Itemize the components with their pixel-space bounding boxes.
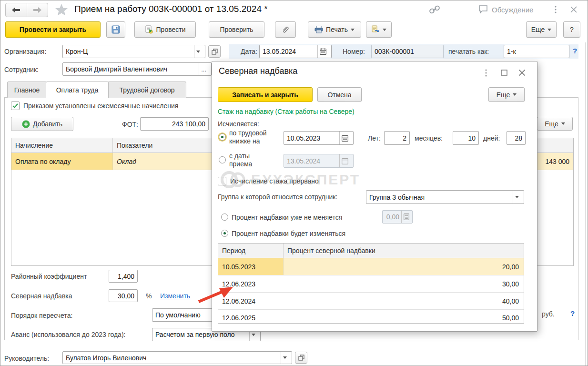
tab-trudovoy-dogovor[interactable]: Трудовой договор	[108, 81, 186, 98]
help-button[interactable]: ?	[563, 21, 580, 38]
period-cell[interactable]: 12.06.2023	[218, 275, 284, 292]
days-field[interactable]: 28	[507, 131, 526, 145]
accruals-col-accrual[interactable]: Начисление	[11, 138, 113, 152]
periods-col-percent[interactable]: Процент северной надбавки	[284, 244, 524, 258]
period-row-2[interactable]: 12.06.2024 40,00	[218, 293, 524, 310]
periods-table[interactable]: Период Процент северной надбавки 10.05.2…	[218, 243, 524, 324]
org-open-button[interactable]	[208, 45, 221, 58]
org-label: Организация:	[4, 48, 46, 55]
export-file-icon	[371, 25, 380, 34]
recalc-field[interactable]: По умолчанию	[152, 308, 213, 322]
org-dropdown-button[interactable]	[194, 45, 202, 58]
change-link[interactable]: Изменить	[160, 292, 190, 300]
group-field[interactable]: Группа 3 обычная	[366, 190, 524, 204]
fot-field[interactable]: 243 100,00	[140, 117, 209, 131]
period-cell[interactable]: 12.06.2025	[218, 310, 284, 326]
accruals-col-amount[interactable]	[536, 138, 573, 152]
rub-help-icon[interactable]: ?	[570, 309, 575, 317]
fot-value: 243 100,00	[143, 120, 205, 128]
print-as-help-icon[interactable]: ?	[573, 47, 577, 55]
periods-col-period[interactable]: Период	[218, 244, 284, 258]
experience-link[interactable]: Стаж на надбавку (Стаж работы на Севере)	[218, 108, 355, 115]
number-field[interactable]: 003К-000001	[371, 45, 444, 58]
months-label: месяцев:	[415, 134, 443, 142]
manager-dropdown-button[interactable]	[281, 352, 289, 364]
radio-by-workbook-label: по трудовой книжке на	[229, 129, 285, 145]
radio-percent-fixed[interactable]	[221, 214, 228, 221]
export-button[interactable]	[366, 21, 392, 38]
dialog-maximize-icon[interactable]	[501, 70, 507, 76]
get-link-icon[interactable]	[429, 5, 440, 14]
district-coeff-value: 1,400	[112, 273, 134, 280]
north-bonus-dialog: Северная надбавка Записать и закрыть Отм…	[212, 61, 537, 332]
date-field[interactable]: 13.05.2024	[259, 45, 332, 58]
advance-label: Аванс (использовался до 2023 года):	[11, 331, 125, 338]
years-value: 2	[387, 134, 406, 142]
discussion-button[interactable]: Обсуждение	[478, 5, 533, 14]
period-row-3[interactable]: 12.06.2025 50,00	[218, 310, 524, 326]
forward-button[interactable]	[27, 3, 48, 17]
accruals-more-button[interactable]: Еще	[537, 117, 573, 131]
dialog-cancel-label: Отмена	[327, 91, 351, 99]
save-button[interactable]	[106, 21, 125, 38]
percent-cell[interactable]: 40,00	[284, 293, 524, 309]
years-field[interactable]: 2	[384, 131, 410, 145]
workbook-date-calendar-button[interactable]	[339, 132, 350, 144]
dialog-save-close-button[interactable]: Записать и закрыть	[218, 87, 313, 102]
dialog-close-icon[interactable]	[518, 69, 526, 76]
window-close-icon[interactable]	[569, 5, 578, 14]
date-value: 13.05.2024	[263, 48, 314, 55]
paperclip-icon	[281, 25, 290, 34]
add-button[interactable]: Добавить	[11, 117, 73, 131]
tab-glavnoe[interactable]: Главное	[7, 81, 47, 98]
radio-percent-changing[interactable]	[221, 230, 228, 237]
district-coeff-field[interactable]: 1,400	[109, 270, 138, 283]
favorite-star-icon[interactable]	[54, 3, 69, 16]
percent-fixed-calc-button	[401, 211, 411, 223]
dialog-more-button[interactable]: Еще	[488, 87, 525, 102]
period-row-1[interactable]: 12.06.2023 30,00	[218, 275, 524, 293]
check-label: Проверить	[220, 26, 253, 33]
monthly-accruals-checkbox[interactable]: Приказом установлены ежемесячные начисле…	[11, 102, 178, 110]
accruals-more-caret-icon	[561, 122, 565, 125]
amount-cell[interactable]: 143 000	[536, 153, 573, 170]
months-field[interactable]: 10	[453, 131, 479, 145]
percent-fixed-field: 0,00	[382, 210, 413, 224]
print-as-field[interactable]: 1-к	[504, 45, 569, 58]
interrupted-checkbox[interactable]: Исчисление стажа прервано	[218, 177, 319, 185]
dialog-menu-icon[interactable]	[484, 69, 488, 77]
check-button[interactable]: Проверить	[209, 21, 264, 38]
percent-cell[interactable]: 20,00	[284, 258, 524, 275]
back-button[interactable]	[6, 3, 27, 17]
attachments-button[interactable]	[275, 21, 296, 38]
radio-by-workbook[interactable]	[219, 133, 226, 141]
org-field[interactable]: Крон-Ц	[62, 45, 205, 58]
post-button[interactable]: Провести	[134, 21, 196, 38]
manager-field[interactable]: Булатов Игорь Виленович	[62, 351, 292, 364]
manager-open-button[interactable]	[295, 352, 307, 364]
group-dropdown-button[interactable]	[513, 191, 521, 203]
radio-from-hire[interactable]	[219, 156, 226, 163]
print-as-label: печатать как:	[448, 48, 489, 55]
workbook-date-field[interactable]: 10.05.2023	[284, 131, 354, 145]
window-menu-icon[interactable]	[553, 5, 558, 14]
print-label: Печать	[326, 26, 348, 33]
date-calendar-button[interactable]	[317, 45, 328, 58]
period-row-0[interactable]: 10.05.2023 20,00	[218, 258, 524, 275]
add-button-label: Добавить	[33, 120, 62, 128]
post-and-close-button[interactable]: Провести и закрыть	[5, 21, 101, 38]
accrual-cell[interactable]: Оплата по окладу	[11, 153, 113, 170]
days-label: дней:	[483, 134, 500, 142]
north-bonus-field[interactable]: 30,00	[109, 289, 138, 302]
print-button[interactable]: Печать	[308, 21, 361, 38]
percent-cell[interactable]: 50,00	[284, 310, 524, 326]
period-cell[interactable]: 12.06.2024	[218, 293, 284, 309]
employee-field[interactable]: Боровой Дмитрий Валентинович ...	[62, 62, 212, 76]
toolbar-more-label: Еще	[531, 26, 545, 33]
percent-cell[interactable]: 30,00	[284, 275, 524, 292]
toolbar-more-button[interactable]: Еще	[526, 21, 557, 38]
period-cell[interactable]: 10.05.2023	[218, 258, 284, 275]
tab-oplata-truda[interactable]: Оплата труда	[46, 81, 109, 98]
employee-select-button[interactable]: ...	[199, 63, 208, 75]
dialog-cancel-button[interactable]: Отмена	[317, 87, 362, 102]
